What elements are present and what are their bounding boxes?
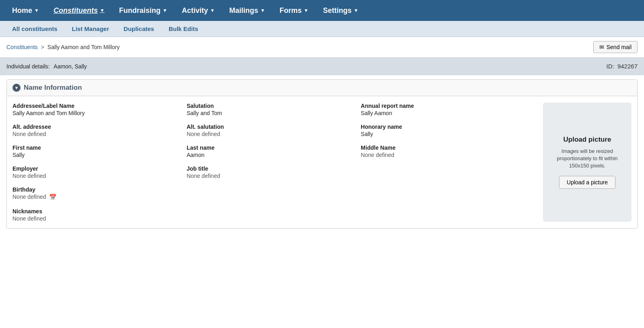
- breadcrumb-current: Sally Aamon and Tom Millory: [47, 44, 120, 50]
- last-name-value: Aamon: [187, 152, 361, 158]
- nav-fundraising[interactable]: Fundraising ▼: [112, 0, 175, 21]
- field-birthday: Birthday None defined 📅: [12, 186, 187, 201]
- alt-addressee-value: None defined: [12, 131, 187, 137]
- field-alt-salutation: Alt. salutation None defined: [187, 124, 361, 137]
- alt-addressee-label: Alt. addressee: [12, 124, 187, 130]
- middle-name-value: None defined: [361, 152, 535, 158]
- salutation-value: Sally and Tom: [187, 110, 361, 116]
- nav-activity-label: Activity: [182, 6, 208, 15]
- chevron-down-icon[interactable]: ▾: [12, 84, 21, 92]
- nav-fundraising-caret: ▼: [163, 8, 167, 13]
- birthday-value: None defined 📅: [12, 194, 187, 201]
- alt-salutation-value: None defined: [187, 131, 361, 137]
- upload-picture-description: Images will be resized proportionately t…: [549, 148, 625, 170]
- breadcrumb-link[interactable]: Constituents: [6, 44, 38, 50]
- sub-nav-list-manager-label: List Manager: [72, 25, 109, 32]
- field-employer: Employer None defined: [12, 165, 187, 179]
- individual-details-id: ID: 942267: [607, 63, 638, 70]
- employer-label: Employer: [12, 165, 187, 172]
- field-salutation: Salutation Sally and Tom: [187, 103, 361, 116]
- upload-picture-button[interactable]: Upload a picture: [559, 176, 615, 189]
- name-information-header: ▾ Name Information: [7, 80, 637, 96]
- main-content: ▾ Name Information Addressee/Label Name …: [0, 79, 644, 243]
- field-nicknames: Nicknames None defined: [12, 208, 187, 222]
- field-job-title: Job title None defined: [187, 165, 361, 179]
- nav-settings-label: Settings: [323, 6, 351, 15]
- calendar-icon[interactable]: 📅: [49, 194, 57, 201]
- job-title-label: Job title: [187, 165, 361, 172]
- upload-picture-title: Upload picture: [564, 136, 611, 144]
- nav-forms[interactable]: Forms ▼: [272, 0, 316, 21]
- top-nav: Home ▼ Constituents ▼ Fundraising ▼ Acti…: [0, 0, 644, 21]
- nav-fundraising-label: Fundraising: [119, 6, 161, 15]
- name-information-title: Name Information: [24, 84, 82, 92]
- nav-settings[interactable]: Settings ▼: [316, 0, 365, 21]
- breadcrumb-row: Constituents > Sally Aamon and Tom Millo…: [0, 37, 644, 57]
- field-middle-name: Middle Name None defined: [361, 144, 535, 158]
- job-title-value: None defined: [187, 173, 361, 179]
- field-alt-addressee: Alt. addressee None defined: [12, 124, 187, 137]
- first-name-value: Sally: [12, 152, 187, 158]
- sub-nav-all-constituents[interactable]: All constituents: [5, 21, 65, 37]
- sub-nav-list-manager[interactable]: List Manager: [65, 21, 117, 37]
- last-name-label: Last name: [187, 144, 361, 151]
- nav-constituents-label: Constituents: [54, 6, 98, 15]
- sub-nav-bulk-edits-label: Bulk Edits: [169, 25, 198, 32]
- nav-mailings[interactable]: Mailings ▼: [222, 0, 272, 21]
- nicknames-value: None defined: [12, 215, 187, 222]
- individual-details-title: Individual details: Aamon, Sally: [6, 63, 87, 70]
- sub-nav-all-constituents-label: All constituents: [12, 25, 58, 32]
- id-value: 942267: [617, 63, 638, 70]
- name-information-section: ▾ Name Information Addressee/Label Name …: [6, 79, 638, 229]
- sub-nav-duplicates[interactable]: Duplicates: [116, 21, 161, 37]
- nav-forms-label: Forms: [280, 6, 302, 15]
- nav-mailings-caret: ▼: [260, 8, 265, 13]
- individual-details-name: Aamon, Sally: [54, 63, 87, 70]
- nav-forms-caret: ▼: [304, 8, 309, 13]
- annual-report-value: Sally Aamon: [361, 110, 535, 116]
- breadcrumb: Constituents > Sally Aamon and Tom Millo…: [6, 44, 120, 50]
- nav-home-label: Home: [12, 6, 32, 15]
- upload-picture-panel: Upload picture Images will be resized pr…: [543, 103, 632, 222]
- first-name-label: First name: [12, 144, 187, 151]
- fields-column-1: Addressee/Label Name Sally Aamon and Tom…: [12, 103, 187, 222]
- addressee-label: Addressee/Label Name: [12, 103, 187, 109]
- field-first-name: First name Sally: [12, 144, 187, 158]
- salutation-label: Salutation: [187, 103, 361, 109]
- sub-nav-bulk-edits[interactable]: Bulk Edits: [161, 21, 205, 37]
- sub-nav-duplicates-label: Duplicates: [124, 25, 154, 32]
- fields-column-3: Annual report name Sally Aamon Honorary …: [361, 103, 535, 222]
- field-addressee: Addressee/Label Name Sally Aamon and Tom…: [12, 103, 187, 116]
- employer-value: None defined: [12, 173, 187, 179]
- nav-home-caret: ▼: [34, 8, 39, 13]
- middle-name-label: Middle Name: [361, 144, 535, 151]
- field-last-name: Last name Aamon: [187, 144, 361, 158]
- fields-column-2: Salutation Sally and Tom Alt. salutation…: [187, 103, 361, 222]
- sub-nav: All constituents List Manager Duplicates…: [0, 21, 644, 37]
- individual-details-label: Individual details:: [6, 63, 50, 70]
- nicknames-label: Nicknames: [12, 208, 187, 215]
- breadcrumb-separator: >: [41, 44, 44, 50]
- nav-constituents-caret: ▼: [100, 8, 105, 13]
- field-annual-report: Annual report name Sally Aamon: [361, 103, 535, 116]
- honorary-name-label: Honorary name: [361, 124, 535, 130]
- honorary-name-value: Sally: [361, 131, 535, 137]
- nav-activity[interactable]: Activity ▼: [175, 0, 222, 21]
- send-mail-label: Send mail: [607, 44, 632, 50]
- nav-mailings-label: Mailings: [229, 6, 258, 15]
- fields-area: Addressee/Label Name Sally Aamon and Tom…: [7, 96, 637, 228]
- individual-details-header: Individual details: Aamon, Sally ID: 942…: [0, 57, 644, 75]
- nav-activity-caret: ▼: [210, 8, 215, 13]
- envelope-icon: ✉: [599, 44, 604, 50]
- id-label: ID:: [607, 63, 614, 70]
- send-mail-button[interactable]: ✉ Send mail: [593, 41, 638, 53]
- addressee-value: Sally Aamon and Tom Millory: [12, 110, 187, 116]
- nav-constituents[interactable]: Constituents ▼: [46, 0, 112, 21]
- birthday-text: None defined: [12, 194, 46, 200]
- nav-home[interactable]: Home ▼: [5, 0, 46, 21]
- nav-settings-caret: ▼: [353, 8, 358, 13]
- alt-salutation-label: Alt. salutation: [187, 124, 361, 130]
- birthday-label: Birthday: [12, 186, 187, 193]
- annual-report-label: Annual report name: [361, 103, 535, 109]
- field-honorary-name: Honorary name Sally: [361, 124, 535, 137]
